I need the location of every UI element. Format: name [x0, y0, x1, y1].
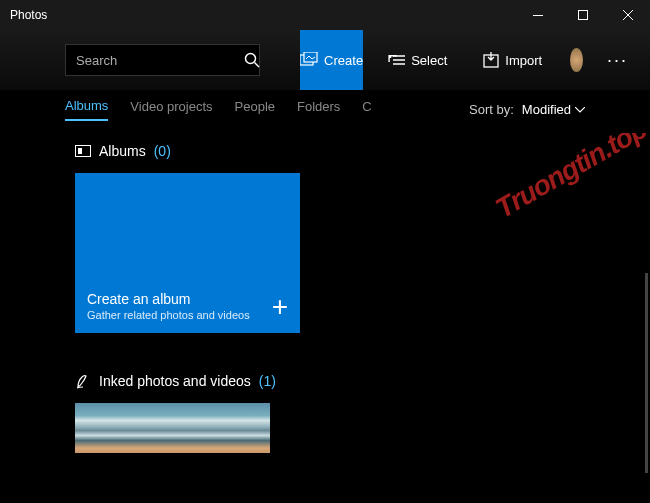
import-icon	[483, 52, 499, 68]
content-area: Albums (0) Create an album Gather relate…	[0, 133, 650, 503]
select-label: Select	[411, 53, 447, 68]
user-avatar[interactable]	[570, 48, 583, 72]
svg-point-2	[246, 54, 256, 64]
create-icon	[300, 52, 318, 68]
album-card-title: Create an album	[87, 291, 250, 307]
select-icon	[387, 53, 405, 67]
more-icon: ···	[607, 50, 628, 70]
svg-rect-1	[578, 11, 587, 20]
import-button[interactable]: Import	[471, 30, 554, 90]
albums-section-title: Albums	[99, 143, 146, 159]
titlebar: Photos	[0, 0, 650, 30]
tab-video-projects[interactable]: Video projects	[130, 99, 212, 120]
select-button[interactable]: Select	[375, 30, 459, 90]
tab-people[interactable]: People	[235, 99, 275, 120]
close-button[interactable]	[605, 0, 650, 30]
svg-rect-8	[78, 148, 82, 154]
search-box[interactable]	[65, 44, 260, 76]
minimize-button[interactable]	[515, 0, 560, 30]
tab-overflow[interactable]: C	[362, 99, 374, 120]
window-controls	[515, 0, 650, 30]
sort-group: Sort by: Modified	[469, 102, 585, 117]
albums-section-header: Albums (0)	[75, 143, 585, 159]
inked-section-header: Inked photos and videos (1)	[75, 373, 585, 389]
toolbar: Create Select Import ···	[0, 30, 650, 90]
inked-section-title: Inked photos and videos	[99, 373, 251, 389]
sort-value-text: Modified	[522, 102, 571, 117]
inked-thumbnail[interactable]	[75, 403, 270, 453]
search-input[interactable]	[76, 53, 244, 68]
create-album-card[interactable]: Create an album Gather related photos an…	[75, 173, 300, 333]
tab-folders[interactable]: Folders	[297, 99, 340, 120]
tabs-row: Albums Video projects People Folders C S…	[0, 90, 650, 133]
window-title: Photos	[10, 8, 515, 22]
svg-rect-0	[533, 15, 543, 16]
tab-albums[interactable]: Albums	[65, 98, 108, 121]
scrollbar[interactable]	[645, 273, 648, 473]
albums-icon	[75, 145, 91, 157]
more-button[interactable]: ···	[595, 50, 640, 71]
minimize-icon	[533, 15, 543, 16]
search-icon[interactable]	[244, 52, 260, 68]
svg-rect-7	[76, 146, 91, 157]
maximize-icon	[578, 10, 588, 20]
inked-section-count: (1)	[259, 373, 276, 389]
plus-icon: +	[272, 293, 288, 321]
album-card-subtitle: Gather related photos and videos	[87, 309, 250, 321]
create-label: Create	[324, 53, 363, 68]
maximize-button[interactable]	[560, 0, 605, 30]
create-button[interactable]: Create	[300, 30, 363, 90]
sort-label: Sort by:	[469, 102, 514, 117]
chevron-down-icon	[575, 107, 585, 113]
albums-section-count: (0)	[154, 143, 171, 159]
import-label: Import	[505, 53, 542, 68]
sort-dropdown[interactable]: Modified	[522, 102, 585, 117]
ink-pen-icon	[75, 373, 91, 389]
close-icon	[623, 10, 633, 20]
